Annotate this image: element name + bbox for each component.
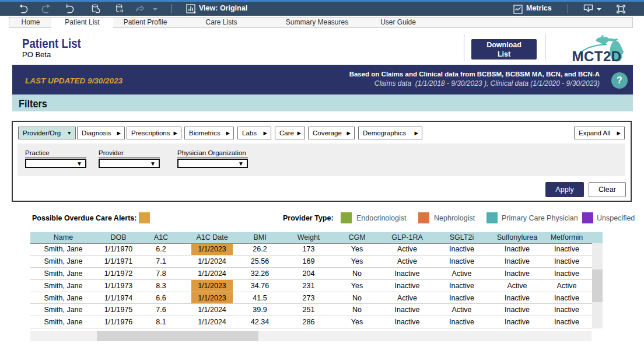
svg-text:MCT2D: MCT2D — [572, 48, 622, 63]
